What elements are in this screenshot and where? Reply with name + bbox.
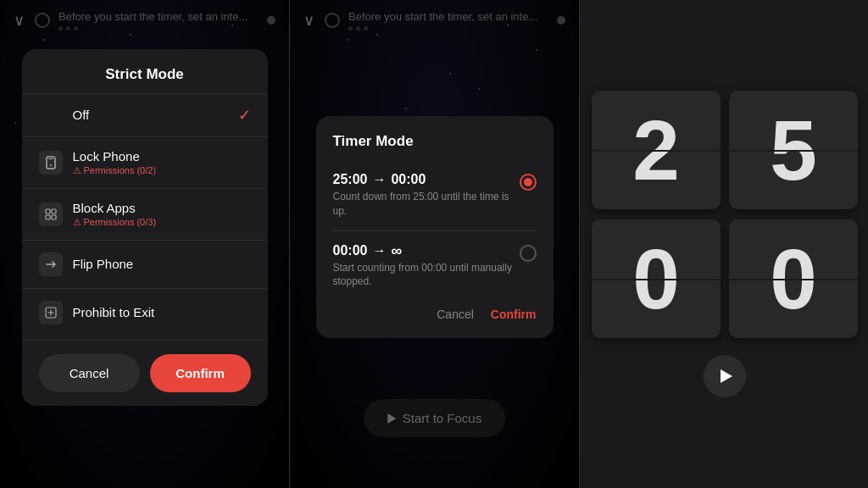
check-icon: ✓ — [238, 106, 251, 125]
timer-option-countup[interactable]: 00:00 → ∞ Start counting from 00:00 unti… — [333, 235, 537, 298]
modal-overlay-2: Timer Mode 25:00 → 00:00 Count down from… — [290, 0, 579, 488]
panel-strict-mode: ∨ Before you start the timer, set an int… — [0, 0, 289, 488]
strict-cancel-button[interactable]: Cancel — [39, 354, 140, 392]
flip-phone-icon — [39, 252, 63, 276]
strict-modal-buttons: Cancel Confirm — [22, 340, 268, 406]
timer-radio-2[interactable] — [520, 245, 537, 262]
timer-countup-time: 00:00 → ∞ — [333, 243, 520, 258]
flip-card-tens-seconds: 0 — [592, 219, 721, 338]
strict-option-off[interactable]: Off ✓ — [22, 93, 268, 136]
timer-cancel-button[interactable]: Cancel — [437, 308, 474, 321]
timer-countup-desc: Start counting from 00:00 until manually… — [333, 261, 520, 290]
timer-radio-1[interactable] — [520, 174, 537, 191]
flip-play-icon — [721, 369, 732, 383]
flip-digit-5: 5 — [770, 108, 817, 192]
svg-point-2 — [50, 164, 52, 166]
strict-option-lockphone[interactable]: Lock Phone ⚠Permissions (0/2) — [22, 136, 268, 188]
flip-digit-0b: 0 — [770, 236, 817, 321]
prohibit-exit-label: Prohibit to Exit — [73, 305, 251, 319]
strict-mode-modal: Strict Mode Off ✓ Lo — [22, 49, 268, 406]
flip-play-button[interactable] — [704, 355, 746, 397]
flip-clock-bottom-row: 0 0 — [592, 219, 858, 338]
svg-rect-5 — [46, 215, 50, 219]
lock-phone-permission: ⚠Permissions (0/2) — [73, 165, 251, 176]
timer-confirm-button[interactable]: Confirm — [491, 308, 537, 321]
svg-rect-6 — [52, 215, 56, 219]
panel-flip-clock: 2 5 0 0 — [580, 0, 868, 488]
flip-card-ones-seconds: 0 — [729, 219, 858, 338]
block-apps-icon — [39, 202, 63, 226]
block-apps-label: Block Apps — [73, 201, 251, 215]
timer-countdown-time: 25:00 → 00:00 — [333, 172, 520, 187]
panel-timer-mode: ∨ Before you start the timer, set an int… — [290, 0, 579, 488]
prohibit-exit-icon — [39, 301, 63, 324]
block-apps-permission: ⚠Permissions (0/3) — [73, 217, 251, 228]
strict-option-blockapps[interactable]: Block Apps ⚠Permissions (0/3) — [22, 188, 268, 240]
lock-phone-icon — [39, 151, 63, 175]
timer-divider — [333, 230, 537, 231]
flip-clock-top-row: 2 5 — [592, 91, 858, 209]
timer-mode-modal: Timer Mode 25:00 → 00:00 Count down from… — [316, 116, 554, 338]
flip-card-tens-minutes: 2 — [592, 91, 721, 209]
flip-phone-label: Flip Phone — [73, 257, 251, 271]
flip-card-ones-minutes: 5 — [729, 91, 858, 209]
flip-digit-0a: 0 — [632, 236, 680, 321]
timer-option-countdown[interactable]: 25:00 → 00:00 Count down from 25:00 unti… — [333, 164, 537, 227]
lock-phone-label: Lock Phone — [73, 149, 251, 164]
svg-rect-3 — [46, 209, 50, 214]
strict-confirm-button[interactable]: Confirm — [150, 354, 251, 392]
strict-option-prohibitexit[interactable]: Prohibit to Exit — [22, 288, 268, 336]
strict-option-flipphone[interactable]: Flip Phone — [22, 240, 268, 288]
flip-digit-2: 2 — [632, 108, 680, 192]
strict-off-label: Off — [73, 108, 238, 122]
svg-rect-1 — [48, 158, 53, 159]
strict-mode-title: Strict Mode — [22, 49, 268, 93]
timer-mode-title: Timer Mode — [333, 133, 537, 150]
timer-countdown-desc: Count down from 25:00 until the time is … — [333, 190, 520, 219]
modal-overlay-1: Strict Mode Off ✓ Lo — [0, 0, 289, 488]
timer-modal-actions: Cancel Confirm — [333, 308, 537, 321]
svg-rect-4 — [52, 209, 56, 214]
